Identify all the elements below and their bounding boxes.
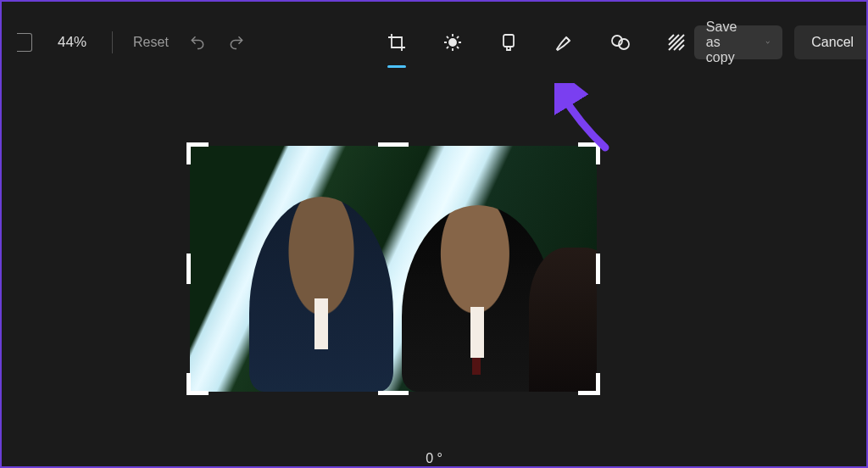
heal-icon — [610, 32, 631, 53]
photo-figure — [249, 197, 393, 392]
divider — [112, 31, 113, 53]
crop-handle-bottom-right[interactable] — [578, 373, 600, 395]
tool-markup[interactable] — [547, 22, 582, 63]
photo-figure — [529, 248, 597, 392]
editor-toolbar: 44% Reset Save as copy — [2, 2, 866, 83]
crop-handle-bottom-left[interactable] — [186, 373, 209, 395]
filter-icon — [498, 32, 519, 53]
save-label: Save as copy — [706, 20, 744, 65]
crop-handle-bottom[interactable] — [378, 391, 409, 395]
tool-adjust[interactable] — [435, 22, 470, 63]
toolbar-right: Save as copy Cancel — [694, 25, 868, 59]
chevron-down-icon — [765, 36, 771, 49]
pen-icon — [554, 32, 575, 53]
crop-handle-top[interactable] — [378, 142, 409, 147]
toolbar-left: 44% Reset — [17, 27, 252, 58]
svg-rect-1 — [504, 35, 514, 47]
tool-filter[interactable] — [491, 22, 526, 63]
reset-button[interactable]: Reset — [128, 30, 174, 55]
svg-point-0 — [449, 39, 456, 46]
cancel-button[interactable]: Cancel — [794, 25, 868, 59]
tool-crop[interactable] — [379, 22, 415, 63]
crop-handle-top-left[interactable] — [186, 142, 209, 164]
stripes-icon — [666, 32, 687, 53]
undo-icon — [189, 34, 206, 51]
redo-button[interactable] — [221, 27, 252, 58]
image-preview — [190, 146, 597, 392]
crop-handle-right[interactable] — [596, 254, 600, 284]
brightness-icon — [442, 32, 463, 53]
tool-tabs — [379, 22, 694, 63]
crop-handle-left[interactable] — [186, 254, 191, 284]
crop-handle-top-right[interactable] — [578, 142, 600, 164]
crop-canvas[interactable] — [190, 146, 597, 392]
undo-button[interactable] — [182, 27, 213, 58]
save-as-copy-button[interactable]: Save as copy — [694, 25, 782, 59]
crop-icon — [387, 32, 407, 53]
tool-remove-bg[interactable] — [659, 22, 694, 63]
redo-icon — [228, 34, 245, 51]
tool-retouch[interactable] — [603, 22, 638, 63]
rotation-readout[interactable]: 0 ° — [426, 451, 442, 466]
fit-icon[interactable] — [17, 33, 32, 52]
cancel-label: Cancel — [811, 35, 854, 50]
zoom-level[interactable]: 44% — [58, 34, 86, 51]
